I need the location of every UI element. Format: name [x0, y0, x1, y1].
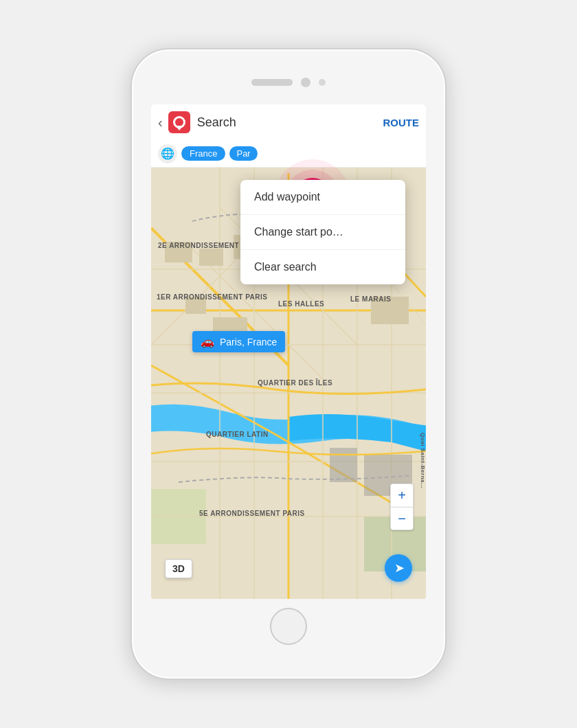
- 3d-button[interactable]: 3D: [165, 559, 192, 578]
- phone-screen: ‹ Search ROUTE 🌐 France Par 2E ARRONDISS…: [151, 104, 426, 599]
- map-label-1er: 1ER ARRONDISSEMENT PARIS: [157, 293, 267, 301]
- paris-label-text: Paris, France: [220, 337, 277, 348]
- logo-icon: [173, 116, 185, 128]
- breadcrumb-bar: 🌐 France Par: [151, 140, 426, 168]
- back-button[interactable]: ‹: [158, 115, 163, 130]
- menu-item-clear-search[interactable]: Clear search: [240, 250, 405, 284]
- menu-item-add-waypoint[interactable]: Add waypoint: [240, 180, 405, 215]
- map-label-quai: Quai Saint-Berna…: [420, 433, 426, 488]
- app-logo: [168, 111, 190, 133]
- car-icon: 🚗: [201, 335, 214, 348]
- zoom-out-button[interactable]: −: [390, 507, 414, 530]
- navigation-button[interactable]: ➤: [385, 554, 412, 582]
- zoom-controls: + −: [390, 484, 414, 530]
- route-tab[interactable]: ROUTE: [383, 117, 420, 128]
- map-label-quartier-latin: QUARTIER LATIN: [206, 431, 269, 438]
- breadcrumb-france[interactable]: France: [181, 146, 225, 161]
- map-label-quartier-iles: QUARTIER DES ÎLES: [258, 379, 332, 387]
- phone-device: ‹ Search ROUTE 🌐 France Par 2E ARRONDISS…: [131, 48, 446, 680]
- map-label-5e: 5E ARRONDISSEMENT PARIS: [199, 510, 305, 517]
- header-title: Search: [197, 115, 383, 130]
- phone-bottom-bar: [270, 599, 307, 654]
- menu-item-change-start[interactable]: Change start po…: [240, 215, 405, 250]
- paris-label[interactable]: 🚗 Paris, France: [192, 331, 285, 352]
- home-button[interactable]: [270, 608, 307, 645]
- svg-rect-24: [199, 249, 223, 266]
- map-label-les-halles: LES HALLES: [278, 300, 324, 308]
- phone-speaker: [251, 79, 293, 86]
- breadcrumb-paris[interactable]: Par: [229, 146, 257, 161]
- globe-icon[interactable]: 🌐: [158, 144, 177, 163]
- map-background: [151, 104, 426, 599]
- app-header: ‹ Search ROUTE: [151, 104, 426, 140]
- context-menu: Add waypoint Change start po… Clear sear…: [240, 180, 405, 284]
- phone-camera2: [319, 79, 326, 86]
- phone-top-bar: [132, 49, 445, 104]
- zoom-in-button[interactable]: +: [390, 484, 414, 507]
- map-label-le-marais: LE MARAIS: [350, 295, 392, 303]
- phone-camera: [301, 78, 310, 87]
- svg-rect-31: [330, 448, 357, 482]
- nav-icon: ➤: [394, 560, 405, 576]
